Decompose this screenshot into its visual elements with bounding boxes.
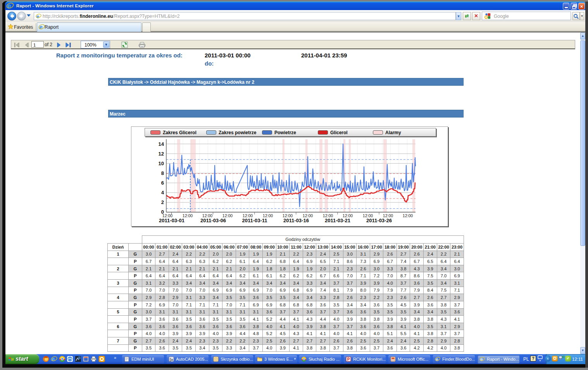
svg-text:2011-03-06: 2011-03-06 xyxy=(200,218,226,223)
svg-text:2011-03-11: 2011-03-11 xyxy=(242,218,267,223)
svg-text:4: 4 xyxy=(161,190,164,195)
svg-text:14: 14 xyxy=(159,141,164,147)
svg-text:W: W xyxy=(391,358,395,361)
svg-text:6: 6 xyxy=(161,180,164,186)
svg-text:[a: [a xyxy=(170,358,173,361)
svg-text:2011-03-21: 2011-03-21 xyxy=(325,218,350,223)
svg-text:8: 8 xyxy=(161,170,164,176)
svg-text:2011-03-26: 2011-03-26 xyxy=(366,218,392,223)
svg-text:2011-03-01: 2011-03-01 xyxy=(159,218,185,223)
svg-text:12: 12 xyxy=(159,151,164,157)
svg-text:10: 10 xyxy=(159,161,164,166)
svg-text:2: 2 xyxy=(161,199,164,205)
svg-text:2011-03-16: 2011-03-16 xyxy=(283,218,309,223)
svg-text:P: P xyxy=(347,357,350,361)
svg-text:12:00: 12:00 xyxy=(403,213,413,218)
